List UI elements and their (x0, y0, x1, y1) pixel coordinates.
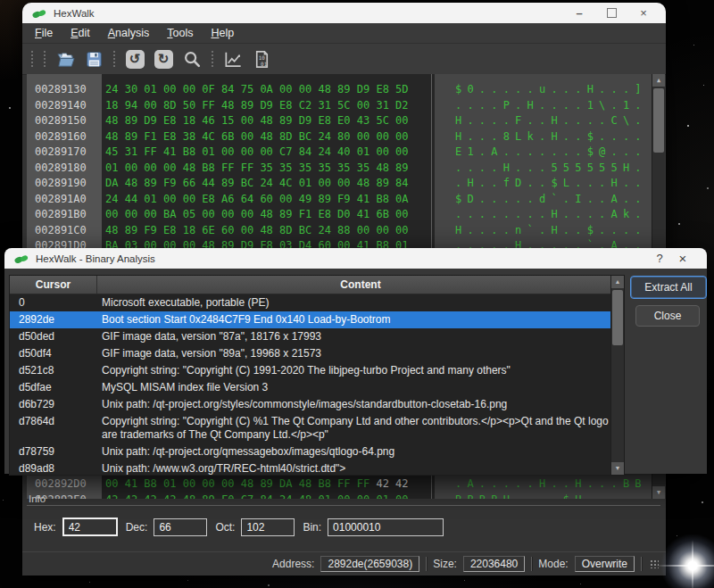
menu-file[interactable]: File (26, 23, 62, 43)
star (678, 223, 680, 225)
hex-ascii[interactable]: ....P.H....1\.1. (435, 98, 660, 114)
analysis-row-d89ad8[interactable]: d89ad8Unix path: /www.w3.org/TR/REC-html… (10, 460, 624, 476)
open-file-icon[interactable] (53, 47, 78, 70)
search-icon[interactable] (179, 47, 204, 70)
menu-edit[interactable]: Edit (62, 23, 99, 43)
toolbar-grip (42, 49, 47, 69)
redo-icon[interactable]: ↻ (151, 47, 176, 70)
oct-field-input[interactable] (241, 518, 295, 536)
hex-bytes[interactable]: 18 94 00 8D 50 FF 48 89 D9 E8 C2 31 5C 0… (105, 98, 409, 114)
hex-ascii[interactable]: H....n`.H..$.... (435, 223, 660, 239)
analysis-cursor: d5dfae (10, 379, 96, 396)
save-icon[interactable] (81, 47, 106, 70)
table-scrollbar[interactable]: ▲ ▼ (610, 276, 624, 475)
hex-scrollbar-thumb[interactable] (653, 88, 664, 153)
analysis-row-d6b729[interactable]: d6b729Unix path: /qt-project.org/styles/… (10, 396, 624, 413)
analysis-row-d7864d[interactable]: d7864dCopyright string: "Copyright (C) %… (10, 413, 624, 443)
analysis-row-d78759[interactable]: d78759Unix path: /qt-project.org/qmessag… (10, 443, 624, 460)
dec-field-label: Dec: (126, 521, 148, 534)
hex-cursor-bytes[interactable]: 42 42 (369, 477, 408, 490)
menu-tools[interactable]: Tools (158, 23, 202, 43)
analysis-row-d50ded[interactable]: d50dedGIF image data, version "87a", 181… (10, 328, 624, 345)
hex-address: 002891C0 (27, 223, 102, 239)
dec-field-input[interactable] (154, 518, 207, 536)
hex-address: 00289140 (27, 98, 102, 114)
analysis-content: GIF image data, version "89a", 19968 x 2… (96, 345, 624, 362)
toolbar-grip (29, 49, 35, 69)
dialog-close-action-button[interactable]: Close (635, 305, 700, 327)
mode-value[interactable]: Overwrite (575, 556, 635, 572)
hex-address: 002891A0 (27, 192, 102, 208)
hex-bytes[interactable]: 48 89 F1 E8 38 4C 6B 00 48 8D BC 24 80 0… (105, 129, 409, 145)
hex-bytes[interactable]: 48 89 D9 E8 18 46 15 00 48 89 D9 E8 E0 4… (105, 113, 409, 129)
help-button[interactable]: ? (648, 252, 671, 265)
hex-ascii[interactable]: H...8Lk.H..$.... (435, 129, 660, 145)
star (703, 85, 704, 86)
status-separator (641, 557, 642, 571)
analysis-cursor: d7864d (10, 413, 96, 443)
bin-field-input[interactable] (328, 518, 444, 536)
analysis-cursor: 2892de (10, 311, 96, 328)
hex-bytes[interactable]: DA 48 89 F9 66 44 89 BC 24 4C 01 00 00 4… (105, 176, 409, 192)
dialog-close-button[interactable]: × (671, 251, 694, 266)
undo-icon[interactable]: ↺ (122, 47, 147, 70)
analysis-cursor: 0 (10, 294, 96, 311)
extract-all-button[interactable]: Extract All (630, 276, 707, 299)
hex-ascii[interactable]: .A.....H..H...BB (435, 476, 660, 493)
scroll-down-icon[interactable]: ▼ (611, 462, 624, 475)
content-column-header[interactable]: Content (97, 276, 624, 294)
analysis-cursor: d78759 (10, 443, 96, 460)
close-button[interactable]: × (630, 5, 657, 21)
binary-file-icon[interactable]: 1001 (249, 47, 274, 70)
star (89, 582, 90, 583)
main-titlebar[interactable]: HexWalk – × (22, 3, 666, 23)
dialog-titlebar[interactable]: HexWalk - Binary Analysis ? × (4, 248, 707, 269)
analysis-content: GIF image data, version "87a", 18176 x 1… (96, 328, 624, 345)
hex-bytes[interactable]: 45 31 FF 41 B8 01 00 00 00 C7 84 24 40 0… (105, 145, 409, 161)
status-separator (531, 557, 532, 571)
hex-ascii[interactable]: H....F..H....C\. (435, 113, 660, 129)
analysis-cursor: d6b729 (10, 396, 96, 413)
hex-row: 00289190DA 48 89 F9 66 44 89 BC 24 4C 01… (27, 176, 665, 192)
maximize-button[interactable] (598, 5, 625, 21)
toolbar: ↺↻1001 (22, 44, 666, 75)
hex-ascii[interactable]: $0.....u...H...] (435, 82, 660, 98)
menu-analysis[interactable]: Analysis (99, 23, 159, 43)
scroll-up-icon[interactable]: ▲ (611, 276, 624, 288)
analysis-cursor: d89ad8 (10, 460, 96, 476)
minimize-button[interactable]: – (566, 5, 593, 21)
chart-icon[interactable] (220, 47, 245, 70)
star (464, 580, 465, 581)
hex-row: 002892D000 41 B8 01 00 00 00 48 89 DA 48… (27, 476, 665, 493)
hex-bytes[interactable]: 48 89 F9 E8 18 6E 60 00 48 8D BC 24 88 0… (105, 223, 409, 239)
menu-help[interactable]: Help (202, 23, 243, 43)
hex-ascii[interactable]: $D.....d`.I..A.. (435, 192, 660, 208)
star (580, 584, 581, 584)
analysis-content: Unix path: /qt-project.org/qmessagebox/i… (96, 443, 624, 460)
hex-bytes[interactable]: 24 30 01 00 00 0F 84 75 0A 00 00 48 89 D… (105, 82, 409, 98)
hex-bytes[interactable]: 01 00 00 00 48 B8 FF FF 35 35 35 35 35 3… (105, 161, 409, 177)
analysis-row-d50df4[interactable]: d50df4GIF image data, version "89a", 199… (10, 345, 624, 362)
hex-bytes[interactable]: 00 00 00 BA 05 00 00 00 48 89 F1 E8 D0 4… (105, 207, 409, 223)
hex-bytes[interactable]: 00 41 B8 01 00 00 00 48 89 DA 48 B8 FF F… (105, 476, 409, 493)
hex-ascii[interactable]: .H..fD..$L...H.. (435, 176, 660, 192)
cursor-column-header[interactable]: Cursor (10, 276, 97, 294)
hex-rows-top: 0028913024 30 01 00 00 0F 84 75 0A 00 00… (27, 82, 665, 254)
analysis-content: MySQL MISAM index file Version 3 (96, 379, 624, 396)
star (693, 45, 694, 46)
resize-grip[interactable] (650, 559, 659, 568)
table-scrollbar-thumb[interactable] (612, 290, 623, 345)
hex-ascii[interactable]: E1.A.......$@... (435, 145, 660, 161)
analysis-row-2892de[interactable]: 2892deBoot section Start 0x2484C7F9 End … (10, 311, 624, 328)
hex-ascii[interactable]: ....H...555555H. (435, 161, 660, 177)
hex-address: 00289150 (27, 113, 102, 129)
analysis-row-d5dfae[interactable]: d5dfaeMySQL MISAM index file Version 3 (10, 379, 624, 396)
hex-field-input[interactable] (62, 518, 118, 536)
scroll-up-icon[interactable]: ▲ (652, 74, 665, 87)
oct-field-label: Oct: (215, 521, 235, 534)
hex-bytes[interactable]: 24 44 01 00 00 E8 A6 64 60 00 49 89 F9 4… (105, 192, 409, 208)
analysis-row-0[interactable]: 0Microsoft executable, portable (PE) (10, 294, 624, 311)
hex-ascii[interactable]: ........H....Ak. (435, 207, 660, 223)
analysis-row-d521c8[interactable]: d521c8Copyright string: "Copyright (C) 1… (10, 362, 624, 379)
status-bar: Address: 2892de(2659038) Size: 22036480 … (22, 551, 666, 576)
